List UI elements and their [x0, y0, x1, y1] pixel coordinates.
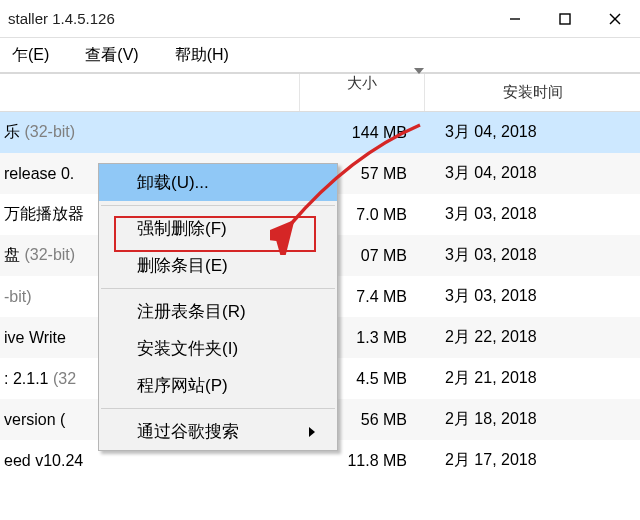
minimize-icon	[509, 13, 521, 25]
ctx-uninstall[interactable]: 卸载(U)...	[99, 164, 337, 201]
ctx-force-delete[interactable]: 强制删除(F)	[99, 210, 337, 247]
cell-size: 11.8 MB	[300, 452, 425, 470]
maximize-icon	[559, 13, 571, 25]
window-title: staller 1.4.5.126	[8, 10, 490, 27]
ctx-google-search-label: 通过谷歌搜索	[137, 422, 239, 441]
cell-date: 2月 18, 2018	[425, 409, 640, 430]
column-name[interactable]	[0, 74, 300, 111]
cell-date: 3月 04, 2018	[425, 163, 640, 184]
menu-bar: 乍(E) 查看(V) 帮助(H)	[0, 38, 640, 74]
table-header: 大小 安装时间	[0, 74, 640, 112]
cell-date: 3月 03, 2018	[425, 204, 640, 225]
close-icon	[609, 13, 621, 25]
cell-name: eed v10.24	[0, 452, 300, 470]
cell-size: 144 MB	[300, 124, 425, 142]
ctx-separator	[101, 288, 335, 289]
close-button[interactable]	[590, 0, 640, 38]
title-bar: staller 1.4.5.126	[0, 0, 640, 38]
ctx-separator	[101, 408, 335, 409]
cell-date: 2月 22, 2018	[425, 327, 640, 348]
cell-date: 2月 21, 2018	[425, 368, 640, 389]
menu-help[interactable]: 帮助(H)	[167, 41, 237, 70]
column-size-label: 大小	[347, 74, 377, 91]
menu-view[interactable]: 查看(V)	[77, 41, 146, 70]
ctx-registry[interactable]: 注册表条目(R)	[99, 293, 337, 330]
table-row[interactable]: 乐 (32-bit)144 MB3月 04, 2018	[0, 112, 640, 153]
cell-name: 乐 (32-bit)	[0, 122, 300, 143]
ctx-google-search[interactable]: 通过谷歌搜索	[99, 413, 337, 450]
ctx-delete-entry[interactable]: 删除条目(E)	[99, 247, 337, 284]
column-size[interactable]: 大小	[300, 74, 425, 111]
menu-edit[interactable]: 乍(E)	[4, 41, 57, 70]
context-menu: 卸载(U)... 强制删除(F) 删除条目(E) 注册表条目(R) 安装文件夹(…	[98, 163, 338, 451]
cell-date: 2月 17, 2018	[425, 450, 640, 471]
sort-indicator-icon	[414, 68, 424, 74]
column-date[interactable]: 安装时间	[425, 83, 640, 102]
ctx-install-folder[interactable]: 安装文件夹(I)	[99, 330, 337, 367]
cell-date: 3月 03, 2018	[425, 286, 640, 307]
submenu-arrow-icon	[309, 427, 315, 437]
svg-rect-1	[560, 14, 570, 24]
minimize-button[interactable]	[490, 0, 540, 38]
maximize-button[interactable]	[540, 0, 590, 38]
ctx-website[interactable]: 程序网站(P)	[99, 367, 337, 404]
cell-date: 3月 03, 2018	[425, 245, 640, 266]
cell-date: 3月 04, 2018	[425, 122, 640, 143]
ctx-separator	[101, 205, 335, 206]
